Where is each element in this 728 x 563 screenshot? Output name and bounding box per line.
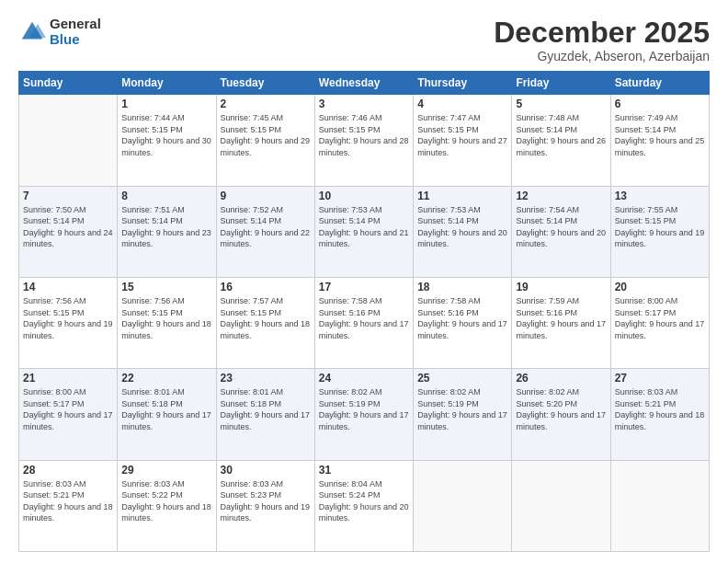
day-number: 8 xyxy=(121,190,211,202)
table-row: 12Sunrise: 7:54 AMSunset: 5:14 PMDayligh… xyxy=(512,186,610,277)
day-number: 20 xyxy=(615,281,705,293)
day-info: Sunrise: 7:56 AMSunset: 5:15 PMDaylight:… xyxy=(23,295,113,341)
col-monday: Monday xyxy=(118,72,216,95)
col-friday: Friday xyxy=(512,72,610,95)
table-row: 27Sunrise: 8:03 AMSunset: 5:21 PMDayligh… xyxy=(610,369,709,460)
table-row: 19Sunrise: 7:59 AMSunset: 5:16 PMDayligh… xyxy=(512,277,610,368)
page: General Blue December 2025 Gyuzdek, Abse… xyxy=(0,0,728,563)
day-info: Sunrise: 8:03 AMSunset: 5:21 PMDaylight:… xyxy=(615,386,705,432)
day-number: 24 xyxy=(319,372,409,385)
day-info: Sunrise: 7:56 AMSunset: 5:15 PMDaylight:… xyxy=(121,295,211,341)
day-number: 14 xyxy=(23,281,113,293)
table-row: 21Sunrise: 8:00 AMSunset: 5:17 PMDayligh… xyxy=(19,369,118,460)
calendar-week-row: 21Sunrise: 8:00 AMSunset: 5:17 PMDayligh… xyxy=(19,369,710,460)
table-row: 2Sunrise: 7:45 AMSunset: 5:15 PMDaylight… xyxy=(216,95,314,186)
day-number: 21 xyxy=(23,372,113,385)
day-info: Sunrise: 7:59 AMSunset: 5:16 PMDaylight:… xyxy=(516,295,606,341)
table-row: 1Sunrise: 7:44 AMSunset: 5:15 PMDaylight… xyxy=(118,95,216,186)
day-info: Sunrise: 7:50 AMSunset: 5:14 PMDaylight:… xyxy=(23,204,113,250)
day-info: Sunrise: 7:53 AMSunset: 5:14 PMDaylight:… xyxy=(417,204,507,250)
day-number: 12 xyxy=(516,190,606,202)
table-row: 26Sunrise: 8:02 AMSunset: 5:20 PMDayligh… xyxy=(512,369,610,460)
col-saturday: Saturday xyxy=(610,72,709,95)
day-number: 2 xyxy=(221,98,311,110)
col-thursday: Thursday xyxy=(414,72,512,95)
title-block: December 2025 Gyuzdek, Abseron, Azerbaij… xyxy=(494,17,710,63)
table-row: 28Sunrise: 8:03 AMSunset: 5:21 PMDayligh… xyxy=(19,460,118,551)
table-row: 11Sunrise: 7:53 AMSunset: 5:14 PMDayligh… xyxy=(414,186,512,277)
day-number: 9 xyxy=(221,190,311,202)
table-row: 17Sunrise: 7:58 AMSunset: 5:16 PMDayligh… xyxy=(314,277,413,368)
day-number: 7 xyxy=(23,190,113,202)
day-number: 22 xyxy=(121,372,211,385)
day-number: 29 xyxy=(121,464,211,477)
day-number: 13 xyxy=(615,190,705,202)
table-row: 15Sunrise: 7:56 AMSunset: 5:15 PMDayligh… xyxy=(118,277,216,368)
table-row: 20Sunrise: 8:00 AMSunset: 5:17 PMDayligh… xyxy=(610,277,709,368)
table-row: 8Sunrise: 7:51 AMSunset: 5:14 PMDaylight… xyxy=(118,186,216,277)
table-row: 14Sunrise: 7:56 AMSunset: 5:15 PMDayligh… xyxy=(19,277,118,368)
calendar-week-row: 28Sunrise: 8:03 AMSunset: 5:21 PMDayligh… xyxy=(19,460,710,551)
day-number: 27 xyxy=(615,372,705,385)
day-info: Sunrise: 7:48 AMSunset: 5:14 PMDaylight:… xyxy=(516,112,606,158)
table-row: 29Sunrise: 8:03 AMSunset: 5:22 PMDayligh… xyxy=(118,460,216,551)
day-info: Sunrise: 7:54 AMSunset: 5:14 PMDaylight:… xyxy=(516,204,606,250)
table-row: 10Sunrise: 7:53 AMSunset: 5:14 PMDayligh… xyxy=(314,186,413,277)
table-row: 5Sunrise: 7:48 AMSunset: 5:14 PMDaylight… xyxy=(512,95,610,186)
logo: General Blue xyxy=(18,17,101,47)
day-info: Sunrise: 8:00 AMSunset: 5:17 PMDaylight:… xyxy=(615,295,705,341)
day-number: 16 xyxy=(221,281,311,293)
day-number: 1 xyxy=(121,98,211,110)
calendar-week-row: 14Sunrise: 7:56 AMSunset: 5:15 PMDayligh… xyxy=(19,277,710,368)
header: General Blue December 2025 Gyuzdek, Abse… xyxy=(18,17,710,63)
day-number: 25 xyxy=(417,372,507,385)
table-row xyxy=(610,460,709,551)
logo-general-text: General xyxy=(50,17,101,32)
logo-blue-text: Blue xyxy=(50,32,101,48)
day-number: 10 xyxy=(319,190,409,202)
col-sunday: Sunday xyxy=(19,72,118,95)
table-row: 3Sunrise: 7:46 AMSunset: 5:15 PMDaylight… xyxy=(314,95,413,186)
table-row: 7Sunrise: 7:50 AMSunset: 5:14 PMDaylight… xyxy=(19,186,118,277)
day-number: 30 xyxy=(221,464,311,477)
table-row: 24Sunrise: 8:02 AMSunset: 5:19 PMDayligh… xyxy=(314,369,413,460)
location-subtitle: Gyuzdek, Abseron, Azerbaijan xyxy=(494,49,710,63)
table-row: 13Sunrise: 7:55 AMSunset: 5:15 PMDayligh… xyxy=(610,186,709,277)
table-row: 23Sunrise: 8:01 AMSunset: 5:18 PMDayligh… xyxy=(216,369,314,460)
table-row xyxy=(414,460,512,551)
day-info: Sunrise: 7:44 AMSunset: 5:15 PMDaylight:… xyxy=(121,112,211,158)
day-number: 31 xyxy=(319,464,409,477)
table-row: 9Sunrise: 7:52 AMSunset: 5:14 PMDaylight… xyxy=(216,186,314,277)
day-info: Sunrise: 7:45 AMSunset: 5:15 PMDaylight:… xyxy=(221,112,311,158)
day-info: Sunrise: 7:49 AMSunset: 5:14 PMDaylight:… xyxy=(615,112,705,158)
table-row: 25Sunrise: 8:02 AMSunset: 5:19 PMDayligh… xyxy=(414,369,512,460)
day-number: 6 xyxy=(615,98,705,110)
day-info: Sunrise: 8:02 AMSunset: 5:19 PMDaylight:… xyxy=(417,386,507,432)
col-tuesday: Tuesday xyxy=(216,72,314,95)
calendar-week-row: 7Sunrise: 7:50 AMSunset: 5:14 PMDaylight… xyxy=(19,186,710,277)
table-row xyxy=(512,460,610,551)
day-number: 26 xyxy=(516,372,606,385)
table-row: 30Sunrise: 8:03 AMSunset: 5:23 PMDayligh… xyxy=(216,460,314,551)
col-wednesday: Wednesday xyxy=(314,72,413,95)
calendar-header-row: Sunday Monday Tuesday Wednesday Thursday… xyxy=(19,72,710,95)
calendar-table: Sunday Monday Tuesday Wednesday Thursday… xyxy=(18,71,710,552)
day-info: Sunrise: 7:46 AMSunset: 5:15 PMDaylight:… xyxy=(319,112,409,158)
day-info: Sunrise: 8:01 AMSunset: 5:18 PMDaylight:… xyxy=(221,386,311,432)
table-row xyxy=(19,95,118,186)
day-info: Sunrise: 7:57 AMSunset: 5:15 PMDaylight:… xyxy=(221,295,311,341)
day-info: Sunrise: 7:58 AMSunset: 5:16 PMDaylight:… xyxy=(319,295,409,341)
table-row: 6Sunrise: 7:49 AMSunset: 5:14 PMDaylight… xyxy=(610,95,709,186)
table-row: 4Sunrise: 7:47 AMSunset: 5:15 PMDaylight… xyxy=(414,95,512,186)
day-number: 23 xyxy=(221,372,311,385)
day-info: Sunrise: 8:04 AMSunset: 5:24 PMDaylight:… xyxy=(319,478,409,524)
table-row: 16Sunrise: 7:57 AMSunset: 5:15 PMDayligh… xyxy=(216,277,314,368)
day-number: 17 xyxy=(319,281,409,293)
table-row: 31Sunrise: 8:04 AMSunset: 5:24 PMDayligh… xyxy=(314,460,413,551)
day-info: Sunrise: 7:55 AMSunset: 5:15 PMDaylight:… xyxy=(615,204,705,250)
day-info: Sunrise: 8:02 AMSunset: 5:20 PMDaylight:… xyxy=(516,386,606,432)
day-number: 3 xyxy=(319,98,409,110)
day-info: Sunrise: 8:03 AMSunset: 5:23 PMDaylight:… xyxy=(221,478,311,524)
day-info: Sunrise: 8:02 AMSunset: 5:19 PMDaylight:… xyxy=(319,386,409,432)
logo-icon xyxy=(18,18,46,46)
